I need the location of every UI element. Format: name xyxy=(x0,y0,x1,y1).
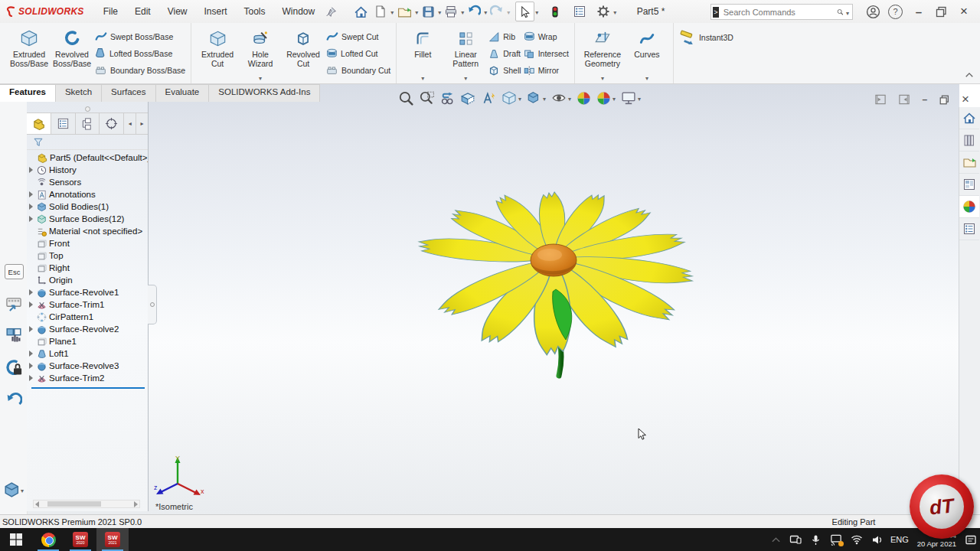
curves-button[interactable]: Curves xyxy=(626,25,668,83)
window-close-button[interactable]: × xyxy=(962,92,969,107)
apply-scene-button[interactable] xyxy=(596,91,616,106)
menu-file[interactable]: File xyxy=(95,6,126,17)
tree-item-surface-bodies[interactable]: Surface Bodies(12) xyxy=(28,213,148,225)
print-caret-icon[interactable] xyxy=(461,6,464,17)
tree-item-top-plane[interactable]: Top xyxy=(28,249,148,262)
task-list-button[interactable] xyxy=(570,2,589,21)
shell-button[interactable]: Shell xyxy=(488,63,521,77)
reference-geometry-button[interactable]: Reference Geometry xyxy=(580,25,625,83)
draft-button[interactable]: Draft xyxy=(488,46,521,60)
tree-horizontal-scrollbar[interactable] xyxy=(33,500,140,508)
display-style-quick-caret-icon[interactable] xyxy=(21,484,24,495)
boundary-boss-base-button[interactable]: Boundary Boss/Base xyxy=(94,63,185,77)
pin-menu-icon[interactable] xyxy=(323,2,339,21)
expand-arrow-icon[interactable] xyxy=(28,375,34,381)
edit-appearance-button[interactable] xyxy=(577,91,591,106)
taskpane-home-button[interactable] xyxy=(959,107,979,129)
tray-chevron-icon[interactable] xyxy=(771,536,781,543)
instant3d-button[interactable]: Instant3D xyxy=(679,30,733,44)
intersect-button[interactable]: Intersect xyxy=(523,46,569,60)
revolved-boss-base-button[interactable]: Revolved Boss/Base xyxy=(51,25,93,83)
hole-wizard-caret-icon[interactable] xyxy=(259,73,262,82)
expand-arrow-icon[interactable] xyxy=(28,289,34,295)
print-button[interactable] xyxy=(442,2,460,21)
appearances-scenes-button[interactable] xyxy=(959,196,979,218)
tree-item-solid-bodies[interactable]: Solid Bodies(1) xyxy=(28,201,148,213)
expand-arrow-icon[interactable] xyxy=(28,167,34,173)
tree-item-surface-revolve3[interactable]: Surface-Revolve3 xyxy=(28,360,148,372)
search-commands-box[interactable]: > xyxy=(710,4,853,20)
wrap-button[interactable]: Wrap xyxy=(523,29,569,44)
window-pane-right-button[interactable] xyxy=(898,93,910,106)
tray-volume-icon[interactable] xyxy=(871,534,882,546)
display-style-button[interactable] xyxy=(527,91,546,106)
linear-pattern-caret-icon[interactable] xyxy=(464,73,467,82)
menu-view[interactable]: View xyxy=(159,6,196,17)
tree-item-sensors[interactable]: Sensors xyxy=(28,176,148,188)
undo-button[interactable] xyxy=(465,2,483,21)
tree-item-front-plane[interactable]: Front xyxy=(28,237,148,249)
rollback-bar[interactable] xyxy=(31,387,145,389)
multi-select-touch-button[interactable] xyxy=(4,326,24,343)
swept-cut-button[interactable]: Swept Cut xyxy=(325,29,390,44)
section-view-button[interactable] xyxy=(460,90,475,106)
hide-show-items-button[interactable] xyxy=(551,90,571,106)
reference-geometry-caret-icon[interactable] xyxy=(601,73,604,82)
account-button[interactable] xyxy=(866,5,880,19)
app-close-button[interactable]: × xyxy=(956,4,972,19)
tree-item-annotations[interactable]: Annotations xyxy=(28,188,148,201)
scroll-left-arrow[interactable] xyxy=(35,501,39,507)
featuremanager-tree-tab[interactable] xyxy=(27,113,51,134)
tree-item-surface-revolve1[interactable]: Surface-Revolve1 xyxy=(28,286,148,298)
tree-root-part[interactable]: Part5 (Default<<Default>_Pho xyxy=(28,152,148,164)
tree-item-right-plane[interactable]: Right xyxy=(28,262,148,274)
tree-filter-bar[interactable] xyxy=(27,134,148,150)
rib-button[interactable]: Rib xyxy=(488,29,521,44)
design-library-button[interactable] xyxy=(959,129,979,152)
menu-window[interactable]: Window xyxy=(274,6,324,17)
linear-pattern-button[interactable]: Linear Pattern xyxy=(445,25,486,83)
window-restore-button[interactable] xyxy=(939,94,950,106)
undo-caret-icon[interactable] xyxy=(484,6,487,17)
lofted-cut-button[interactable]: Lofted Cut xyxy=(325,46,390,60)
view-palette-button[interactable] xyxy=(959,174,979,196)
dimxpertmanager-tab[interactable] xyxy=(100,113,124,134)
tree-item-origin[interactable]: Origin xyxy=(28,274,148,286)
file-explorer-button[interactable] xyxy=(959,152,979,174)
tray-microphone-icon[interactable] xyxy=(810,534,822,546)
annotation-views-button[interactable] xyxy=(481,90,496,106)
tree-item-material[interactable]: Material <not specified> xyxy=(28,225,148,237)
apply-scene-caret-icon[interactable] xyxy=(612,93,616,103)
mirror-button[interactable]: Mirror xyxy=(523,63,569,77)
lofted-boss-base-button[interactable]: Lofted Boss/Base xyxy=(94,46,185,60)
tray-devices-icon[interactable] xyxy=(789,533,802,546)
traffic-light-icon[interactable] xyxy=(547,2,564,21)
taskbar-solidworks-2020-button[interactable]: 2020 xyxy=(64,528,96,551)
tray-cast-icon[interactable] xyxy=(830,533,842,546)
window-minimize-button[interactable]: – xyxy=(922,94,927,105)
collapse-ribbon-button[interactable] xyxy=(965,72,974,78)
search-icon[interactable] xyxy=(837,6,843,18)
esc-button[interactable]: Esc xyxy=(5,264,24,279)
tree-item-history[interactable]: History xyxy=(28,164,148,176)
rotation-lock-button[interactable] xyxy=(5,358,23,377)
tree-item-surface-trim2[interactable]: Surface-Trim2 xyxy=(28,372,148,384)
boundary-cut-button[interactable]: Boundary Cut xyxy=(325,63,390,77)
help-button[interactable]: ? xyxy=(888,5,903,19)
panel-splitter-handle[interactable] xyxy=(148,285,157,324)
view-orientation-caret-icon[interactable] xyxy=(518,93,521,103)
menu-insert[interactable]: Insert xyxy=(196,6,236,17)
expand-arrow-icon[interactable] xyxy=(28,216,34,222)
tab-evaluate[interactable]: Evaluate xyxy=(156,84,210,102)
tab-solidworks-add-ins[interactable]: SOLIDWORKS Add-Ins xyxy=(209,84,320,102)
fillet-caret-icon[interactable] xyxy=(421,73,424,82)
tree-item-surface-trim1[interactable]: Surface-Trim1 xyxy=(28,298,148,311)
propertymanager-tab[interactable] xyxy=(51,113,76,134)
display-style-quick-button[interactable] xyxy=(4,481,24,498)
expand-arrow-icon[interactable] xyxy=(28,204,34,210)
save-button[interactable] xyxy=(419,2,437,21)
extruded-boss-base-button[interactable]: Extruded Boss/Base xyxy=(8,25,50,83)
configurationmanager-tab[interactable] xyxy=(76,113,100,134)
open-button[interactable] xyxy=(394,2,414,21)
tree-item-surface-revolve2[interactable]: Surface-Revolve2 xyxy=(28,323,148,335)
